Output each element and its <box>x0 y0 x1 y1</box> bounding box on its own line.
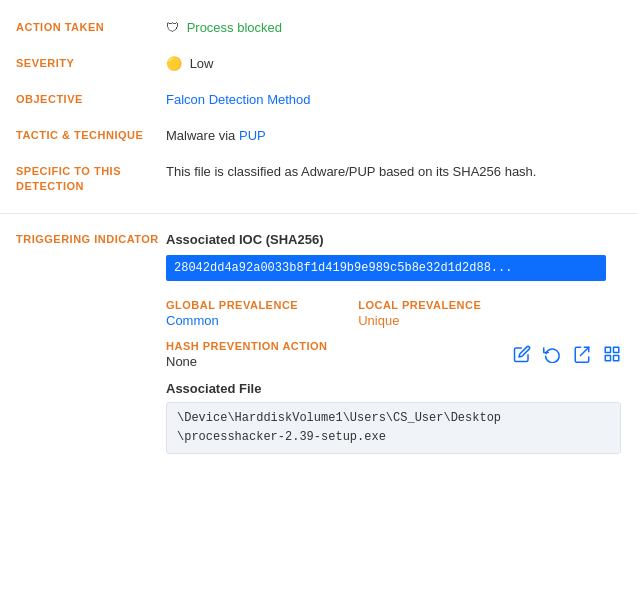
hash-prevention-label: HASH PREVENTION ACTION <box>166 340 328 352</box>
edit-icon[interactable] <box>513 345 531 363</box>
triggering-indicator-content: Associated IOC (SHA256) 28042dd4a92a0033… <box>166 230 621 287</box>
specific-detection-value: This file is classified as Adware/PUP ba… <box>166 162 621 182</box>
objective-row: OBJECTIVE Falcon Detection Method <box>0 82 637 118</box>
triggering-indicator-label: TRIGGERING INDICATOR <box>16 230 166 247</box>
ioc-hash-value[interactable]: 28042dd4a92a0033b8f1d419b9e989c5b8e32d1d… <box>166 255 606 281</box>
global-prevalence-item: GLOBAL PREVALENCE Common <box>166 299 298 328</box>
svg-rect-2 <box>614 348 619 353</box>
triggering-indicator-row: TRIGGERING INDICATOR Associated IOC (SHA… <box>0 218 637 287</box>
prevalence-row: GLOBAL PREVALENCE Common LOCAL PREVALENC… <box>0 299 637 328</box>
specific-detection-row: SPECIFIC TO THIS DETECTION This file is … <box>0 154 637 209</box>
svg-rect-4 <box>614 356 619 361</box>
severity-text: Low <box>190 56 214 71</box>
refresh-icon[interactable] <box>543 345 561 363</box>
global-prevalence-label: GLOBAL PREVALENCE <box>166 299 298 311</box>
objective-value: Falcon Detection Method <box>166 90 621 110</box>
action-taken-label: ACTION TAKEN <box>16 18 166 35</box>
action-taken-row: ACTION TAKEN 🛡 Process blocked <box>0 10 637 46</box>
action-icons-group <box>513 345 621 363</box>
local-prevalence-value: Unique <box>358 313 481 328</box>
hash-prevention-left: HASH PREVENTION ACTION None <box>166 340 328 369</box>
local-prevalence-label: LOCAL PREVALENCE <box>358 299 481 311</box>
ioc-title: Associated IOC (SHA256) <box>166 230 621 250</box>
tactic-label: TACTIC & TECHNIQUE <box>16 126 166 143</box>
export-icon[interactable] <box>573 345 591 363</box>
action-taken-text: Process blocked <box>187 20 282 35</box>
section-divider <box>0 213 637 214</box>
svg-line-0 <box>581 348 589 356</box>
objective-label: OBJECTIVE <box>16 90 166 107</box>
local-prevalence-item: LOCAL PREVALENCE Unique <box>358 299 481 328</box>
file-path-line2: \processhacker-2.39-setup.exe <box>177 430 386 444</box>
tactic-pup-link[interactable]: PUP <box>239 128 266 143</box>
action-taken-value: 🛡 Process blocked <box>166 18 621 38</box>
svg-rect-3 <box>605 356 610 361</box>
file-path: \Device\HarddiskVolume1\Users\CS_User\De… <box>166 402 621 454</box>
shield-icon: 🛡 <box>166 18 179 38</box>
tactic-value: Malware via PUP <box>166 126 621 146</box>
specific-detection-label: SPECIFIC TO THIS DETECTION <box>16 162 166 195</box>
hash-prevention-value: None <box>166 354 328 369</box>
severity-row: SEVERITY 🟡 Low <box>0 46 637 82</box>
severity-icon: 🟡 <box>166 56 182 71</box>
detection-details-panel: ACTION TAKEN 🛡 Process blocked SEVERITY … <box>0 0 637 472</box>
svg-rect-1 <box>605 348 610 353</box>
file-path-line1: \Device\HarddiskVolume1\Users\CS_User\De… <box>177 411 501 425</box>
grid-icon[interactable] <box>603 345 621 363</box>
global-prevalence-value: Common <box>166 313 298 328</box>
tactic-plain-text: Malware via <box>166 128 239 143</box>
associated-file-section: Associated File \Device\HarddiskVolume1\… <box>0 373 637 462</box>
hash-prevention-row: HASH PREVENTION ACTION None <box>0 328 637 373</box>
falcon-detection-link[interactable]: Falcon Detection Method <box>166 92 311 107</box>
tactic-row: TACTIC & TECHNIQUE Malware via PUP <box>0 118 637 154</box>
associated-file-title: Associated File <box>166 381 621 396</box>
severity-label: SEVERITY <box>16 54 166 71</box>
severity-value: 🟡 Low <box>166 54 621 74</box>
